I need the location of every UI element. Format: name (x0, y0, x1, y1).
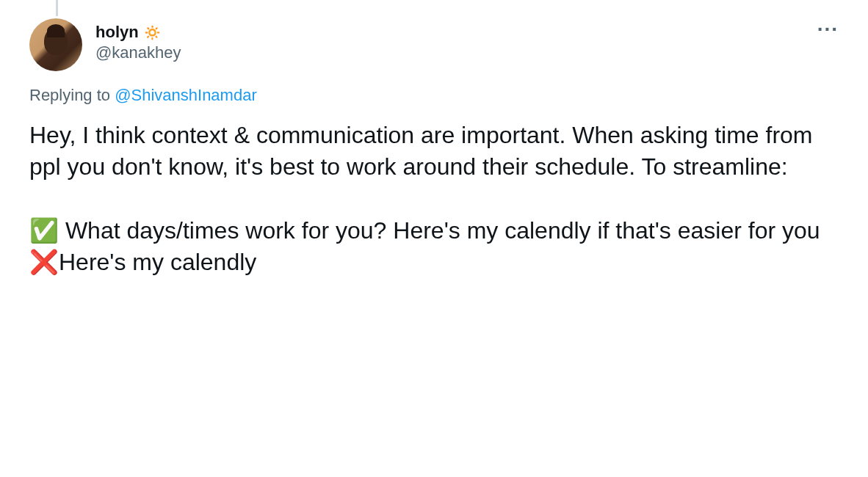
reply-context: Replying to @ShivanshInamdar (29, 86, 839, 105)
avatar[interactable] (29, 18, 82, 71)
more-options-button[interactable]: ··· (817, 24, 839, 34)
user-handle[interactable]: @kanakhey (95, 43, 181, 62)
sun-icon: 🔅 (143, 23, 162, 41)
display-name-row[interactable]: holyn 🔅 (95, 23, 181, 42)
tweet-text: Hey, I think context & communication are… (29, 120, 839, 278)
reply-prefix: Replying to (29, 86, 115, 104)
user-info: holyn 🔅 @kanakhey (95, 18, 181, 62)
reply-mention[interactable]: @ShivanshInamdar (115, 86, 257, 104)
display-name: holyn (95, 23, 139, 42)
thread-connector-line (56, 0, 58, 16)
tweet-header: holyn 🔅 @kanakhey ··· (29, 18, 839, 71)
